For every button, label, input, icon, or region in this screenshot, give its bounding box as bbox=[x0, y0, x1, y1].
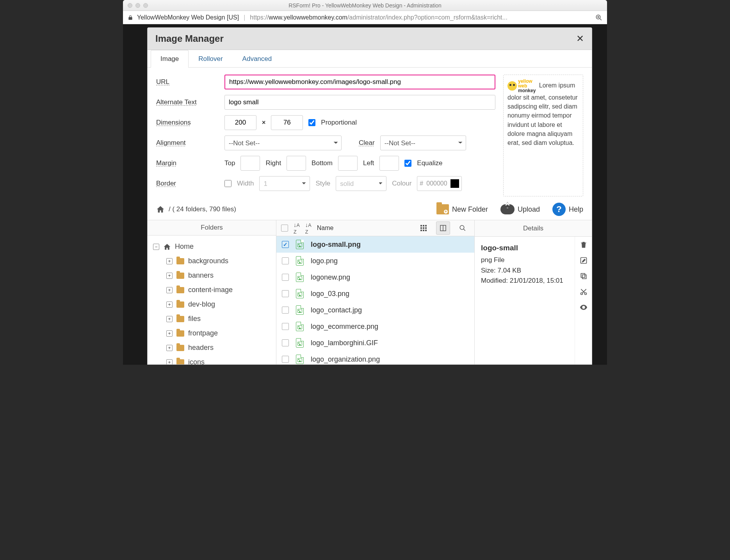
expand-icon[interactable]: + bbox=[166, 330, 173, 337]
file-checkbox[interactable] bbox=[282, 290, 289, 297]
dim-x: × bbox=[262, 119, 265, 126]
details-type: png File bbox=[481, 255, 568, 265]
file-row[interactable]: logo_contact.jpg bbox=[276, 302, 474, 318]
file-checkbox[interactable] bbox=[282, 257, 289, 264]
folder-icon bbox=[176, 301, 184, 308]
border-colour-value: 000000 bbox=[426, 180, 447, 187]
sort-az-icon[interactable]: ↓AZ bbox=[294, 221, 300, 235]
clear-label: Clear bbox=[359, 139, 375, 147]
traffic-min[interactable] bbox=[135, 3, 140, 8]
border-width-select[interactable]: 1 bbox=[259, 176, 310, 191]
cut-icon[interactable] bbox=[579, 287, 588, 296]
file-checkbox[interactable] bbox=[282, 323, 289, 330]
url-input[interactable] bbox=[224, 75, 495, 89]
margin-left-label: Left bbox=[363, 159, 374, 167]
sort-za-icon[interactable]: ↓AZ bbox=[305, 221, 312, 235]
expand-icon[interactable]: + bbox=[166, 316, 173, 322]
folder-label: backgrounds bbox=[188, 257, 228, 265]
grid-view-button[interactable] bbox=[417, 221, 431, 235]
search-button[interactable] bbox=[456, 221, 470, 235]
expand-icon[interactable]: + bbox=[166, 273, 173, 279]
select-all-checkbox[interactable] bbox=[281, 225, 288, 232]
file-row[interactable]: logo_organization.png bbox=[276, 351, 474, 364]
file-checkbox[interactable] bbox=[282, 274, 289, 281]
collapse-icon[interactable]: − bbox=[153, 244, 159, 250]
close-icon[interactable]: ✕ bbox=[576, 33, 584, 44]
border-colour-input[interactable]: #000000 bbox=[417, 176, 461, 191]
file-checkbox[interactable] bbox=[282, 339, 289, 346]
help-label: Help bbox=[569, 205, 583, 214]
border-checkbox[interactable] bbox=[224, 180, 231, 187]
height-input[interactable] bbox=[271, 115, 303, 130]
split-view-button[interactable] bbox=[436, 221, 450, 235]
width-input[interactable] bbox=[224, 115, 256, 130]
expand-icon[interactable]: + bbox=[166, 287, 173, 293]
tree-folder-frontpage[interactable]: +frontpage bbox=[153, 326, 271, 341]
folder-icon bbox=[176, 359, 184, 364]
tree-folder-headers[interactable]: +headers bbox=[153, 341, 271, 355]
tree-folder-icons[interactable]: +icons bbox=[153, 355, 271, 364]
traffic-max[interactable] bbox=[143, 3, 148, 8]
tree-folder-banners[interactable]: +banners bbox=[153, 268, 271, 283]
alt-label: Alternate Text bbox=[156, 98, 224, 106]
upload-label: Upload bbox=[518, 205, 540, 214]
view-icon[interactable] bbox=[579, 303, 588, 312]
tree-home-label: Home bbox=[175, 243, 194, 251]
expand-icon[interactable]: + bbox=[166, 345, 173, 351]
modal-tabs: Image Rollover Advanced bbox=[148, 50, 592, 68]
file-checkbox[interactable] bbox=[282, 307, 289, 314]
file-checkbox[interactable] bbox=[282, 356, 289, 363]
edit-icon[interactable] bbox=[579, 256, 588, 265]
site-name: YellowWebMonkey Web Design [US] bbox=[137, 14, 239, 21]
file-checkbox[interactable] bbox=[282, 241, 289, 248]
delete-icon[interactable] bbox=[579, 241, 588, 249]
tree-folder-dev-blog[interactable]: +dev-blog bbox=[153, 297, 271, 312]
tree-folder-backgrounds[interactable]: +backgrounds bbox=[153, 254, 271, 268]
new-folder-button[interactable]: + New Folder bbox=[436, 204, 488, 214]
tree-home[interactable]: − Home bbox=[153, 239, 271, 254]
name-header[interactable]: Name bbox=[317, 225, 334, 232]
image-file-icon bbox=[296, 256, 304, 266]
file-row[interactable]: logo_ecommerce.png bbox=[276, 318, 474, 335]
help-button[interactable]: ? Help bbox=[552, 203, 583, 216]
image-file-icon bbox=[296, 240, 304, 249]
expand-icon[interactable]: + bbox=[166, 258, 173, 264]
svg-rect-19 bbox=[581, 273, 585, 277]
copy-icon[interactable] bbox=[579, 272, 588, 280]
upload-button[interactable]: Upload bbox=[500, 204, 540, 214]
zoom-icon[interactable] bbox=[595, 14, 602, 21]
traffic-close[interactable] bbox=[128, 3, 132, 8]
equalize-checkbox[interactable] bbox=[404, 160, 411, 167]
expand-icon[interactable]: + bbox=[166, 301, 173, 308]
url-path: /administrator/index.php?option=com_rsfo… bbox=[347, 14, 507, 21]
alignment-select[interactable]: --Not Set-- bbox=[224, 136, 342, 150]
clear-select[interactable]: --Not Set-- bbox=[380, 136, 466, 150]
margin-right-input[interactable] bbox=[287, 156, 306, 171]
home-icon[interactable] bbox=[156, 205, 165, 214]
image-file-icon bbox=[296, 305, 304, 315]
tab-image[interactable]: Image bbox=[151, 50, 189, 68]
file-row[interactable]: logo-small.png bbox=[276, 236, 474, 253]
proportional-label: Proportional bbox=[321, 119, 357, 127]
file-row[interactable]: logo.png bbox=[276, 253, 474, 269]
tree-folder-content-image[interactable]: +content-image bbox=[153, 283, 271, 297]
details-filename: logo-small bbox=[481, 242, 568, 253]
image-manager-modal: Image Manager ✕ Image Rollover Advanced … bbox=[147, 27, 592, 365]
margin-bottom-input[interactable] bbox=[338, 156, 358, 171]
alt-input[interactable] bbox=[224, 95, 495, 110]
tab-advanced[interactable]: Advanced bbox=[233, 50, 282, 68]
colour-swatch[interactable] bbox=[450, 179, 459, 188]
proportional-checkbox[interactable] bbox=[308, 119, 315, 126]
file-row[interactable]: logo_lamborghini.GIF bbox=[276, 335, 474, 351]
border-style-select[interactable]: solid bbox=[336, 176, 386, 191]
tab-rollover[interactable]: Rollover bbox=[189, 50, 232, 68]
help-icon: ? bbox=[552, 203, 566, 216]
file-row[interactable]: logo_03.png bbox=[276, 285, 474, 302]
file-row[interactable]: logonew.png bbox=[276, 269, 474, 285]
folder-tree: − Home +backgrounds+banners+content-imag… bbox=[148, 235, 276, 364]
margin-left-input[interactable] bbox=[379, 156, 399, 171]
border-width-label: Width bbox=[237, 180, 254, 187]
margin-top-input[interactable] bbox=[240, 156, 260, 171]
expand-icon[interactable]: + bbox=[166, 359, 173, 364]
tree-folder-files[interactable]: +files bbox=[153, 312, 271, 326]
